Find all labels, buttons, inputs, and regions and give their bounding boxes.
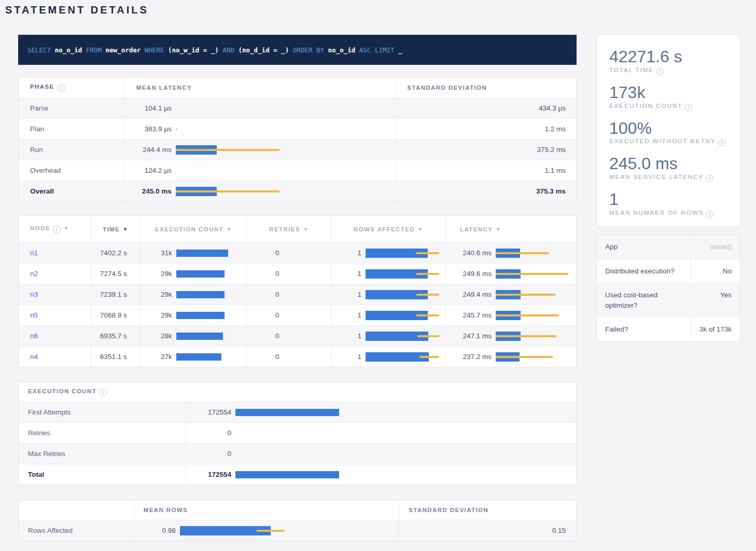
info-icon[interactable]: i (718, 139, 725, 146)
std-dev-column-header: STANDARD DEVIATION (399, 500, 577, 520)
stat-label: MEAN NUMBER OF ROWSi (609, 210, 727, 218)
phase-column-header: PHASEi (19, 77, 125, 98)
info-icon[interactable]: i (656, 68, 664, 75)
latency-value: 249.4 ms (454, 291, 492, 298)
latency-value: 240.6 ms (454, 249, 492, 257)
exec-count-value: 31k (149, 249, 172, 257)
latency-value: 237.2 ms (454, 353, 492, 361)
phase-name: Plan (19, 119, 125, 140)
detail-label: Failed? (597, 318, 691, 342)
std-dev-value: 1.1 ms (396, 160, 577, 181)
exec-row: First Attempts 172554 (19, 402, 577, 423)
phase-name: Run (19, 140, 125, 160)
rows-affected-value: 1 (340, 291, 361, 298)
execution-count-table: EXECUTION COUNTi First Attempts 172554 R… (18, 382, 577, 485)
std-dev-value: 375.2 ms (396, 140, 577, 160)
phase-table-header-row: PHASEi MEAN LATENCY STANDARD DEVIATION (19, 77, 577, 98)
detail-label: Distributed execution? (597, 259, 691, 283)
exec-count-column-header[interactable]: EXECUTION COUNT▼ (140, 216, 247, 243)
std-dev-value: 434.3 µs (396, 98, 577, 119)
rows-affected-bar (366, 249, 440, 258)
info-icon[interactable]: i (706, 175, 713, 182)
info-icon[interactable]: i (57, 84, 65, 92)
time-header-label: TIME (103, 226, 120, 232)
phase-row: Overhead 124.2 µs 1.1 ms (19, 160, 577, 181)
info-icon[interactable]: i (99, 389, 107, 396)
rows-affected-value: 1 (340, 332, 361, 340)
retries-value: 0 (258, 332, 279, 340)
execution-count-title: EXECUTION COUNTi (19, 382, 577, 402)
latency-bar (496, 332, 568, 341)
exec-row-value: 0 (190, 429, 231, 437)
latency-bar (176, 166, 279, 175)
stat-value: 1 (609, 190, 727, 209)
stat-label: TOTAL TIMEi (609, 67, 727, 75)
page-title: STATEMENT DETAILS (5, 4, 149, 16)
latency-bar (176, 125, 279, 134)
phase-header-label: PHASE (30, 84, 54, 90)
retries-column-header[interactable]: RETRIES▼ (247, 216, 331, 243)
sort-desc-icon[interactable]: ▼ (303, 227, 309, 232)
info-icon[interactable]: i (685, 104, 692, 111)
detail-value: (unset) (691, 235, 740, 259)
node-row: n3 7239.1 s 29k 0 1 249.4 ms (19, 284, 577, 305)
sort-desc-icon[interactable]: ▼ (418, 227, 423, 232)
mean-latency-value: 245.0 ms (136, 187, 172, 195)
count-bar (235, 471, 339, 478)
rows-affected-row: Rows Affected 0.98 0.15 (19, 520, 577, 541)
rows-affected-table: MEAN ROWS STANDARD DEVIATION Rows Affect… (18, 500, 577, 541)
node-time: 7274.5 s (91, 264, 140, 284)
latency-bar (176, 145, 279, 155)
exec-row-value: 172554 (190, 408, 231, 416)
exec-count-bar (176, 333, 228, 340)
detail-value: 3k of 173k (691, 318, 740, 342)
std-dev-value: 0.15 (399, 520, 577, 541)
latency-bar (496, 290, 568, 299)
exec-row-label: Total (19, 464, 186, 485)
node-link[interactable]: n2 (30, 270, 38, 278)
exec-count-value: 29k (149, 291, 172, 298)
rows-affected-column-header[interactable]: ROWS AFFECTED▼ (331, 216, 446, 243)
node-table: NODEi▼ TIME▼ EXECUTION COUNT▼ RETRIES▼ R… (18, 215, 577, 367)
node-column-header[interactable]: NODEi▼ (19, 216, 91, 243)
latency-column-header[interactable]: LATENCY▼ (446, 216, 577, 243)
std-dev-value: 375.3 ms (396, 181, 577, 202)
node-link[interactable]: n4 (30, 353, 38, 361)
rows-affected-bar (366, 332, 440, 341)
retries-value: 0 (258, 291, 279, 298)
time-column-header[interactable]: TIME▼ (91, 216, 140, 243)
node-time: 7239.1 s (91, 284, 140, 305)
detail-value: Yes (691, 283, 740, 318)
node-link[interactable]: n1 (30, 249, 38, 257)
stat-value: 42271.6 s (609, 47, 727, 66)
sort-desc-icon[interactable]: ▼ (227, 227, 232, 232)
detail-label: App (597, 235, 691, 259)
mean-rows-header-label: MEAN ROWS (144, 507, 188, 513)
stat-executed-without-retry: 100% EXECUTED WITHOUT RETRYi (609, 119, 727, 147)
node-link[interactable]: n3 (30, 291, 38, 298)
exec-row: Retries 0 (19, 423, 577, 444)
phase-name: Overall (19, 181, 125, 202)
info-icon[interactable]: i (53, 226, 61, 233)
detail-row-distributed: Distributed execution? No (597, 259, 740, 283)
retries-value: 0 (258, 353, 279, 361)
sort-desc-icon[interactable]: ▼ (123, 227, 128, 232)
info-icon[interactable]: i (706, 211, 713, 218)
node-row: n1 7402.2 s 31k 0 1 240.6 ms (19, 243, 577, 264)
std-dev-column-header: STANDARD DEVIATION (396, 77, 577, 98)
detail-value: No (691, 259, 740, 283)
rows-affected-value: 1 (340, 270, 361, 278)
retries-header-label: RETRIES (269, 226, 300, 232)
detail-label: Used cost-based optimizer? (597, 283, 691, 318)
std-dev-header-label: STANDARD DEVIATION (409, 507, 488, 513)
sort-desc-icon[interactable]: ▼ (496, 227, 501, 232)
stat-mean-service-latency: 245.0 ms MEAN SERVICE LATENCYi (609, 154, 727, 182)
detail-row-app: App (unset) (597, 235, 740, 259)
detail-row-optimizer: Used cost-based optimizer? Yes (597, 283, 740, 318)
node-link[interactable]: n6 (30, 332, 38, 340)
execution-count-title-label: EXECUTION COUNT (28, 388, 96, 394)
phase-row-overall: Overall 245.0 ms 375.3 ms (19, 181, 577, 202)
node-link[interactable]: n5 (30, 311, 38, 319)
exec-count-value: 27k (149, 353, 172, 361)
sort-desc-icon[interactable]: ▼ (64, 226, 69, 231)
